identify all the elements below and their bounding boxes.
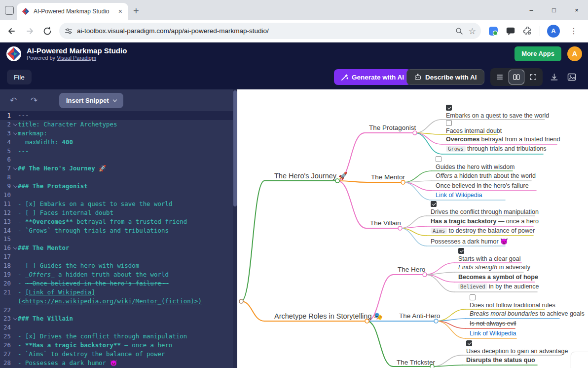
map-leaf[interactable]: Guides the hero with wisdom [436,156,515,170]
browser-tab[interactable]: AI-Powered Markmap Studio × [17,3,128,20]
map-leaf-link[interactable]: Link of Wikipedia [470,330,516,337]
map-leaf[interactable]: Faces internal doubt [446,120,502,134]
reload-button[interactable] [41,25,53,37]
editor-line[interactable]: 2title: Character Archetypes [0,120,233,129]
map-leaf[interactable]: Finds strength in adversity [458,264,530,271]
checkbox-unchecked-icon[interactable] [470,294,476,300]
editor-line[interactable]: 3markmap: [0,129,233,138]
bookmark-star-icon[interactable]: ☆ [469,26,476,36]
map-toolbar[interactable] [571,352,588,368]
editor-scrollbar[interactable] [233,89,237,368]
tab-search-icon[interactable] [5,6,14,15]
generate-with-ai-button[interactable]: Generate with AI [334,69,411,85]
editor-line[interactable]: 8 [0,173,233,182]
maximize-button[interactable]: □ [543,6,565,14]
editor-line[interactable]: 26- **Has a tragic backstory** — once a … [0,341,233,350]
editor-line[interactable]: 20- ~~Once believed in the hero's failur… [0,279,233,288]
map-leaf[interactable]: Breaks moral boundaries to achieve goals [470,310,585,317]
map-leaf[interactable]: Does not follow traditional rules [470,294,555,309]
close-window-button[interactable]: × [565,6,588,14]
editor-line[interactable]: 9### The Protagonist [0,182,233,191]
checkbox-unchecked-icon[interactable] [436,156,441,162]
editor-line[interactable]: 12- [ ] Faces internal doubt [0,208,233,217]
wikipedia-link[interactable]: Link of Wikipedia [436,192,482,199]
checkbox-checked-icon[interactable] [458,248,464,254]
minimize-button[interactable]: – [520,6,543,14]
split-view-button[interactable] [509,70,524,84]
mindmap-canvas[interactable]: The Hero's Journey 🚀 Archetype Roles in … [237,89,588,368]
editor-lines[interactable]: 1---2title: Character Archetypes3markmap… [0,111,233,368]
forward-button[interactable] [24,25,36,37]
map-leaf[interactable]: Once believed in the hero's failure [436,182,529,189]
editor-line[interactable]: 14- `Grows` through trials and tribulati… [0,226,233,235]
wikipedia-link[interactable]: Link of Wikipedia [470,330,516,337]
visual-paradigm-link[interactable]: Visual Paradigm [57,55,96,61]
zoom-icon[interactable] [455,27,464,36]
new-tab-button[interactable]: + [133,6,139,16]
map-node-archetype-roles[interactable]: Archetype Roles in Storytelling 🎭 [274,312,383,321]
map-node-anti-hero[interactable]: The Anti-Hero [399,312,440,320]
editor-line[interactable]: 15 [0,235,233,244]
editor-line[interactable]: 17 [0,252,233,261]
editor-line[interactable]: 28- Possesses a dark humor 😈 [0,359,233,368]
redo-button[interactable]: ↷ [27,93,41,108]
download-button[interactable] [548,71,560,83]
map-leaf[interactable]: Believed in by the audience [458,283,539,290]
back-button[interactable] [6,25,18,37]
editor-line[interactable]: 13- **Overcomes** betrayal from a truste… [0,217,233,226]
checkbox-checked-icon[interactable] [446,105,452,111]
checkbox-unchecked-icon[interactable] [446,120,452,126]
editor-line[interactable]: 1--- [0,111,233,120]
file-menu-button[interactable]: File [7,70,32,84]
map-leaf[interactable]: Starts with a clear goal [458,248,520,262]
map-leaf[interactable]: Uses deception to gain an advantage [466,340,568,355]
url-text[interactable]: ai-toolbox.visual-paradigm.com/app/ai-po… [77,27,450,35]
editor-line[interactable]: 16### The Mentor [0,244,233,252]
map-leaf[interactable]: Offers a hidden truth about the world [436,172,536,179]
editor-line[interactable]: 22 [0,306,233,315]
map-node-hero[interactable]: The Hero [398,266,425,273]
editor-line[interactable]: 23### The Villain [0,314,233,323]
editor-line[interactable]: 19- _Offers_ a hidden truth about the wo… [0,270,233,279]
map-leaf[interactable]: Overcomes betrayal from a trusted friend [446,136,560,143]
fullscreen-view-button[interactable] [525,70,541,84]
describe-with-ai-button[interactable]: Describe with AI [406,69,484,85]
editor-scrollbar-thumb[interactable] [233,90,237,206]
map-leaf[interactable]: Aims to destroy the balance of power [431,227,535,234]
map-leaf[interactable]: Is not always evil [470,320,516,327]
editor-line[interactable]: 18- [ ] Guides the hero with wisdom [0,261,233,270]
tab-close-icon[interactable]: × [116,7,124,15]
map-leaf[interactable]: Has a tragic backstory — once a hero [431,218,539,225]
map-leaf[interactable]: Embarks on a quest to save the world [446,105,549,119]
map-node-villain[interactable]: The Villain [370,219,401,227]
editor-line[interactable]: 25- [x] Drives the conflict through mani… [0,332,233,341]
more-apps-button[interactable]: More Apps [514,46,561,61]
chat-extension-icon[interactable] [506,26,515,36]
editor-line[interactable]: (<https://en.wikipedia.org/wiki/Mentor_(… [0,297,233,306]
undo-button[interactable]: ↶ [6,93,21,108]
user-avatar[interactable]: A [567,46,582,61]
map-leaf[interactable]: Becomes a symbol of hope [458,274,538,281]
map-node-heros-journey[interactable]: The Hero's Journey 🚀 [274,172,347,180]
editor-line[interactable]: 6 [0,155,233,164]
editor-line[interactable]: 11- [x] Embarks on a quest to save the w… [0,200,233,208]
insert-snippet-button[interactable]: Insert Snippet [59,93,123,108]
editor-line[interactable]: 24 [0,323,233,332]
outline-view-button[interactable] [492,70,508,84]
map-leaf[interactable]: Disrupts the status quo [466,357,535,364]
extensions-puzzle-icon[interactable] [522,26,533,36]
checkbox-checked-icon[interactable] [466,340,472,346]
editor-line[interactable]: 21- [Link of Wikipedia] [0,288,233,297]
map-leaf[interactable]: Grows through trials and tribulations [446,145,547,152]
browser-menu-kebab-icon[interactable]: ⋮ [567,26,581,36]
browser-profile-avatar[interactable]: A [547,25,560,38]
checkbox-checked-icon[interactable] [431,201,437,207]
editor-line[interactable]: 10 [0,191,233,200]
map-node-mentor[interactable]: The Mentor [371,173,405,181]
map-leaf[interactable]: Possesses a dark humor 😈 [431,238,508,245]
site-settings-icon[interactable] [64,27,73,36]
map-leaf[interactable]: Drives the conflict through manipulation [431,201,539,215]
password-extension-icon[interactable] [488,26,499,37]
editor-line[interactable]: 4 maxWidth: 400 [0,138,233,147]
editor-line[interactable]: 27- `Aims` to destroy the balance of pow… [0,350,233,359]
